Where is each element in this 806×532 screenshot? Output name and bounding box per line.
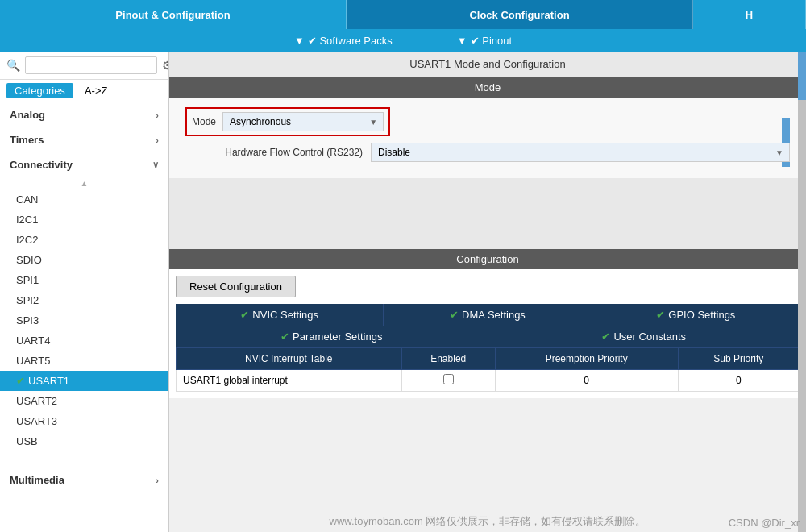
sidebar-tabs: Categories A->Z — [0, 80, 168, 102]
sidebar-item-uart4[interactable]: UART4 — [0, 330, 168, 351]
check-icon: ✔ — [450, 309, 459, 321]
tab-nvic-settings[interactable]: ✔ NVIC Settings — [176, 304, 384, 326]
mode-section: Mode Mode Asynchronous Synchronous Singl… — [169, 77, 806, 178]
tab-dma-settings[interactable]: ✔ DMA Settings — [384, 304, 592, 326]
sub-nav: ▼ ✔ Software Packs ▼ ✔ Pinout — [0, 29, 806, 52]
config-tabs-row2: ✔ Parameter Settings ✔ User Constants — [176, 326, 800, 347]
sidebar-item-i2c1[interactable]: I2C1 — [0, 210, 168, 230]
sub-nav-pinout[interactable]: ▼ ✔ Pinout — [457, 35, 512, 47]
chevron-down-icon: ▼ — [294, 35, 305, 47]
config-section-header: Configuration — [169, 249, 806, 269]
sidebar-item-can[interactable]: CAN — [0, 189, 168, 210]
sub-nav-software-packs[interactable]: ▼ ✔ Software Packs — [294, 35, 393, 47]
config-tabs-row1: ✔ NVIC Settings ✔ DMA Settings ✔ GPIO Se… — [176, 304, 800, 326]
mode-select[interactable]: Asynchronous Synchronous Single Wire — [222, 112, 384, 131]
scroll-up-indicator: ▲ — [0, 177, 168, 189]
sidebar-search-bar: 🔍 ⚙ — [0, 52, 168, 80]
sidebar-category-timers[interactable]: Timers › — [0, 127, 168, 152]
nav-partial[interactable]: H — [693, 0, 806, 29]
watermark: www.toymoban.com 网络仅供展示，非存储，如有侵权请联系删除。 — [169, 514, 806, 529]
sidebar-category-multimedia[interactable]: Multimedia › — [0, 468, 168, 493]
vertical-scrollbar[interactable] — [798, 52, 806, 532]
mode-highlight-box: Mode Asynchronous Synchronous Single Wir… — [185, 107, 390, 136]
hw-flow-select-wrapper: Disable Enable — [371, 143, 790, 162]
nav-clock[interactable]: Clock Configuration — [347, 0, 693, 29]
mode-row-mode: Mode Asynchronous Synchronous Single Wir… — [185, 107, 790, 136]
sidebar-item-sdio[interactable]: SDIO — [0, 250, 168, 270]
sidebar-item-usb[interactable]: USB — [0, 431, 168, 451]
nvic-col-header-interrupt: NVIC Interrupt Table — [177, 348, 402, 370]
top-nav: Pinout & Configuration Clock Configurati… — [0, 0, 806, 29]
sidebar-category-analog[interactable]: Analog › — [0, 102, 168, 127]
connectivity-items: CAN I2C1 I2C2 SDIO SPI1 SPI2 SPI3 UART4 … — [0, 189, 168, 451]
table-row: USART1 global interrupt 0 0 — [177, 370, 800, 392]
tab-categories[interactable]: Categories — [6, 83, 73, 98]
sidebar-item-usart1[interactable]: ✔USART1 — [0, 371, 168, 391]
check-icon: ✔ — [280, 330, 289, 343]
content-wrapper: USART1 Mode and Configuration Mode Mode … — [169, 52, 806, 532]
reset-configuration-button[interactable]: Reset Configuration — [176, 276, 296, 297]
main-layout: 🔍 ⚙ Categories A->Z Analog › Timers › Co… — [0, 52, 806, 532]
mode-select-wrapper: Asynchronous Synchronous Single Wire — [222, 112, 384, 131]
content-title: USART1 Mode and Configuration — [169, 52, 806, 77]
nvic-row-subpriority: 0 — [678, 370, 800, 392]
mode-row-hwflow: Hardware Flow Control (RS232) Disable En… — [185, 143, 790, 162]
scrollbar-thumb[interactable] — [798, 52, 806, 100]
sidebar-item-spi2[interactable]: SPI2 — [0, 290, 168, 310]
mode-label: Mode — [192, 116, 216, 127]
sidebar-item-uart5[interactable]: UART5 — [0, 351, 168, 371]
tab-user-constants[interactable]: ✔ User Constants — [488, 326, 800, 347]
chevron-right-icon: › — [156, 476, 159, 485]
sidebar-item-spi3[interactable]: SPI3 — [0, 310, 168, 330]
chevron-right-icon: › — [156, 135, 159, 145]
nav-pinout[interactable]: Pinout & Configuration — [0, 0, 347, 29]
search-icon[interactable]: 🔍 — [6, 59, 20, 72]
hw-flow-select[interactable]: Disable Enable — [371, 143, 790, 162]
chevron-down-icon: ∨ — [152, 160, 159, 170]
check-icon: ✔ — [240, 309, 249, 321]
middle-empty — [169, 178, 806, 243]
nvic-table: NVIC Interrupt Table Enabled Preemption … — [176, 347, 800, 392]
search-input[interactable] — [25, 56, 157, 74]
config-content: Reset Configuration ✔ NVIC Settings ✔ DM… — [169, 269, 806, 398]
csdn-label: CSDN @Dir_xr — [729, 517, 800, 529]
chevron-down-icon: ▼ — [457, 35, 467, 47]
config-section: Configuration Reset Configuration ✔ NVIC… — [169, 249, 806, 398]
tab-parameter-settings[interactable]: ✔ Parameter Settings — [176, 326, 488, 347]
sidebar-item-spi1[interactable]: SPI1 — [0, 270, 168, 290]
check-icon: ✔ — [601, 330, 610, 343]
sidebar-category-connectivity[interactable]: Connectivity ∨ — [0, 152, 168, 177]
hw-flow-label: Hardware Flow Control (RS232) — [185, 147, 363, 158]
nvic-row-preemption: 0 — [495, 370, 678, 392]
mode-section-header: Mode — [169, 77, 806, 98]
content-area: USART1 Mode and Configuration Mode Mode … — [169, 52, 806, 398]
sidebar-item-usart2[interactable]: USART2 — [0, 391, 168, 411]
sidebar-item-usart3[interactable]: USART3 — [0, 411, 168, 431]
chevron-right-icon: › — [156, 110, 159, 120]
check-icon: ✔ — [16, 375, 25, 387]
mode-content: Mode Asynchronous Synchronous Single Wir… — [169, 98, 806, 178]
enabled-checkbox[interactable] — [443, 374, 454, 384]
nvic-col-header-subpriority: Sub Priority — [678, 348, 800, 370]
sidebar-item-i2c2[interactable]: I2C2 — [0, 230, 168, 250]
nvic-col-header-preemption: Preemption Priority — [495, 348, 678, 370]
gear-icon[interactable]: ⚙ — [162, 59, 169, 72]
check-icon: ✔ — [656, 309, 665, 321]
nvic-row-interrupt-name: USART1 global interrupt — [177, 370, 402, 392]
nvic-row-enabled[interactable] — [401, 370, 495, 392]
nvic-col-header-enabled: Enabled — [401, 348, 495, 370]
sidebar: 🔍 ⚙ Categories A->Z Analog › Timers › Co… — [0, 52, 169, 532]
tab-gpio-settings[interactable]: ✔ GPIO Settings — [592, 304, 800, 326]
tab-az[interactable]: A->Z — [77, 83, 116, 98]
sidebar-content: Analog › Timers › Connectivity ∨ ▲ CAN I… — [0, 102, 168, 532]
